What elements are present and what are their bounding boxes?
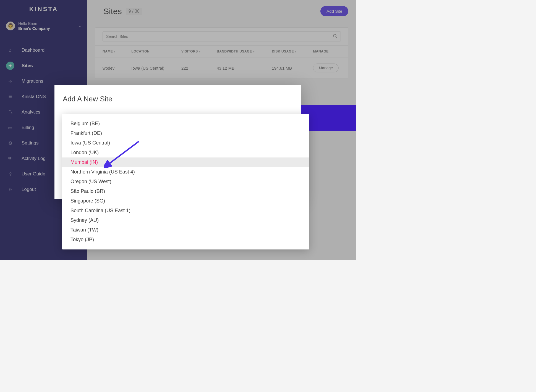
location-dropdown: Belgium (BE)Frankfurt (DE)Iowa (US Centr… [62, 114, 309, 249]
modal-accent-strip [301, 105, 356, 131]
location-option[interactable]: São Paulo (BR) [62, 186, 309, 196]
location-option[interactable]: Oregon (US West) [62, 177, 309, 186]
location-option[interactable]: Tokyo (JP) [62, 235, 309, 244]
location-option[interactable]: Iowa (US Central) [62, 138, 309, 148]
location-option[interactable]: South Carolina (US East 1) [62, 206, 309, 215]
location-option[interactable]: Sydney (AU) [62, 215, 309, 225]
location-option[interactable]: London (UK) [62, 148, 309, 157]
location-option[interactable]: Singapore (SG) [62, 196, 309, 206]
location-option[interactable]: Taiwan (TW) [62, 225, 309, 235]
location-option[interactable]: Frankfurt (DE) [62, 128, 309, 138]
modal-title: Add A New Site [54, 85, 301, 106]
location-option[interactable]: Belgium (BE) [62, 119, 309, 128]
location-option[interactable]: Northern Virginia (US East 4) [62, 167, 309, 177]
location-option[interactable]: Mumbai (IN) [62, 157, 309, 167]
